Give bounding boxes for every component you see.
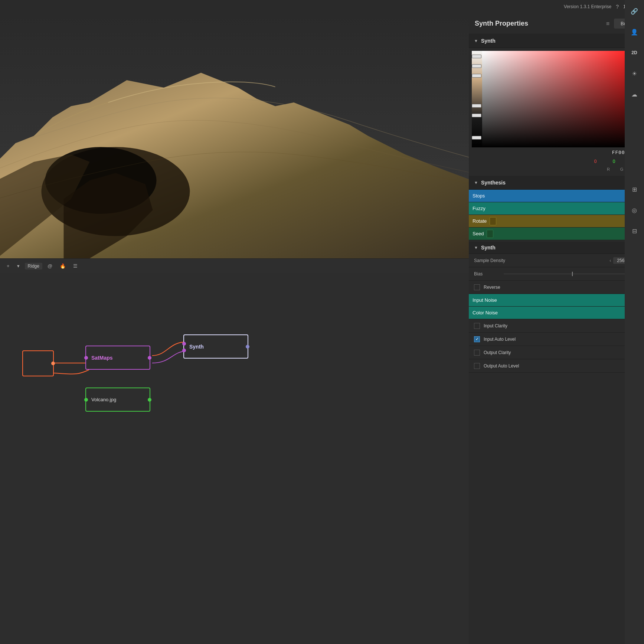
stops-label: Stops	[473, 193, 485, 199]
synth-sub-title: Synth	[481, 245, 496, 251]
bias-row: Bias	[469, 267, 644, 281]
output-auto-level-label: Output Auto Level	[484, 363, 519, 369]
synth-sub-header[interactable]: ▼ Synth	[469, 242, 644, 254]
synth-node-label: Synth	[189, 344, 204, 350]
input-clarity-row: Input Clarity	[469, 319, 644, 333]
synth-chevron: ▼	[474, 39, 478, 43]
dropdown-chevron[interactable]: ▾	[15, 262, 22, 270]
red-value[interactable]: 0	[590, 159, 601, 164]
color-noise-label: Color Noise	[473, 310, 498, 316]
density-arrow[interactable]: ‹	[607, 258, 613, 263]
output-auto-level-checkbox[interactable]	[474, 363, 480, 369]
bias-thumb	[572, 272, 573, 276]
link-icon-btn[interactable]: 🔗	[628, 13, 641, 18]
reverse-row: Reverse	[469, 281, 644, 294]
grid-icon-btn[interactable]: ⊟	[628, 224, 641, 238]
input-auto-level-label: Input Auto Level	[484, 337, 516, 342]
input-clarity-checkbox[interactable]	[474, 323, 480, 329]
rgb-row: 0 0 0	[472, 157, 641, 166]
synth-section-header[interactable]: ▼ Synth	[469, 34, 644, 48]
bottom-toolbar: + ▾ Ridge @ 🔥 ☰	[0, 258, 469, 273]
seed-row[interactable]: Seed	[469, 228, 644, 240]
volcano-output-dot	[148, 398, 151, 402]
at-button[interactable]: @	[45, 262, 55, 270]
bias-label: Bias	[474, 271, 504, 277]
satmaps-node[interactable]: SatMaps	[85, 346, 150, 370]
rotate-label: Rotate	[473, 218, 487, 224]
green-value[interactable]: 0	[608, 159, 620, 164]
seed-value[interactable]	[487, 230, 493, 238]
input-auto-level-checkbox[interactable]: ✓	[474, 336, 480, 342]
synth-sub-section: ▼ Synth Sample Density ‹ 256 (Fast) Bias…	[469, 240, 644, 373]
stop-handle-4[interactable]	[472, 104, 481, 108]
node-type-label: Ridge	[25, 263, 42, 269]
fire-button[interactable]: 🔥	[58, 262, 68, 270]
fuzzy-row[interactable]: Fuzzy	[469, 202, 644, 215]
compass-icon-btn[interactable]: ◎	[628, 203, 641, 217]
color-gradient-2d[interactable]	[482, 51, 641, 147]
color-picker-area: FF000000 0 0 0 R G B	[469, 48, 644, 176]
version-label: Version 1.3.1 Enterprise	[564, 4, 611, 9]
sun-icon-btn[interactable]: ☀	[628, 67, 641, 80]
stop-handle-1[interactable]	[472, 55, 481, 58]
color-stops-bar[interactable]	[472, 51, 482, 147]
satmaps-input-dot	[84, 356, 88, 360]
panel-title: Synth Properties	[475, 20, 606, 27]
twod-icon-btn[interactable]: 2D	[628, 46, 641, 59]
input-noise-label: Input Noise	[473, 297, 497, 303]
volcano-input-dot	[84, 398, 88, 402]
synthesis-chevron: ▼	[474, 180, 478, 185]
stop-handle-6[interactable]	[472, 136, 481, 140]
left-panel: + ▾ Ridge @ 🔥 ☰	[0, 13, 469, 644]
synthesis-section-header[interactable]: ▼ Synthesis	[469, 176, 644, 190]
unnamed-node[interactable]	[22, 350, 54, 376]
output-clarity-label: Output Clarity	[484, 350, 511, 355]
green-label: G	[619, 167, 625, 171]
synth-node[interactable]: Synth	[183, 334, 248, 359]
connections-overlay	[0, 273, 469, 644]
input-noise-row[interactable]: Input Noise	[469, 294, 644, 307]
output-clarity-row: Output Clarity	[469, 346, 644, 359]
satmaps-label: SatMaps	[91, 355, 113, 361]
right-panel-header: Synth Properties ≡ Build	[469, 13, 644, 34]
checkmark-icon: ✓	[475, 337, 479, 341]
rotate-value[interactable]	[490, 217, 496, 225]
reverse-checkbox[interactable]	[474, 284, 480, 290]
hex-display[interactable]: FF000000	[472, 147, 641, 157]
stop-handle-5[interactable]	[472, 114, 481, 117]
panel-menu-icon[interactable]: ≡	[606, 20, 609, 27]
synth-output-dot	[246, 345, 249, 349]
synth-section-title: Synth	[481, 38, 496, 44]
cloud-icon-btn[interactable]: ☁	[628, 88, 641, 101]
input-clarity-label: Input Clarity	[484, 323, 507, 328]
icon-sidebar: 🔗 👤 2D ☀ ☁ ⊞ ◎ ⊟	[625, 13, 644, 644]
right-panel: Synth Properties ≡ Build ▼ Synth	[469, 13, 644, 644]
synth-input-top-dot	[182, 342, 186, 346]
add-button[interactable]: +	[4, 262, 12, 270]
person-icon-btn[interactable]: 👤	[628, 25, 641, 39]
rotate-row[interactable]: Rotate	[469, 215, 644, 228]
seed-label: Seed	[473, 231, 484, 236]
volcano-node[interactable]: Volcano.jpg	[85, 388, 150, 412]
node-graph[interactable]: SatMaps Synth Volcano.jpg	[0, 273, 469, 644]
stop-handle-3[interactable]	[472, 74, 481, 78]
menu-button[interactable]: ☰	[71, 262, 80, 270]
sample-density-label: Sample Density	[474, 258, 607, 263]
output-clarity-checkbox[interactable]	[474, 350, 480, 356]
satmaps-output-dot	[148, 356, 151, 360]
color-noise-row[interactable]: Color Noise	[469, 307, 644, 319]
color-gradient-container[interactable]	[472, 51, 641, 147]
crop-icon-btn[interactable]: ⊞	[628, 183, 641, 196]
rgb-labels-row: R G B	[472, 166, 641, 173]
viewport-3d[interactable]	[0, 13, 469, 258]
fuzzy-label: Fuzzy	[473, 206, 486, 211]
top-bar: Version 1.3.1 Enterprise ? 100% ▾	[0, 0, 644, 13]
red-label: R	[605, 167, 611, 171]
volcano-label: Volcano.jpg	[91, 397, 116, 402]
output-auto-level-row: Output Auto Level	[469, 359, 644, 373]
stop-handle-2[interactable]	[472, 64, 481, 68]
stops-row[interactable]: Stops	[469, 190, 644, 202]
sample-density-row: Sample Density ‹ 256 (Fast)	[469, 254, 644, 267]
bias-slider[interactable]	[504, 274, 641, 274]
help-icon[interactable]: ?	[616, 4, 619, 10]
